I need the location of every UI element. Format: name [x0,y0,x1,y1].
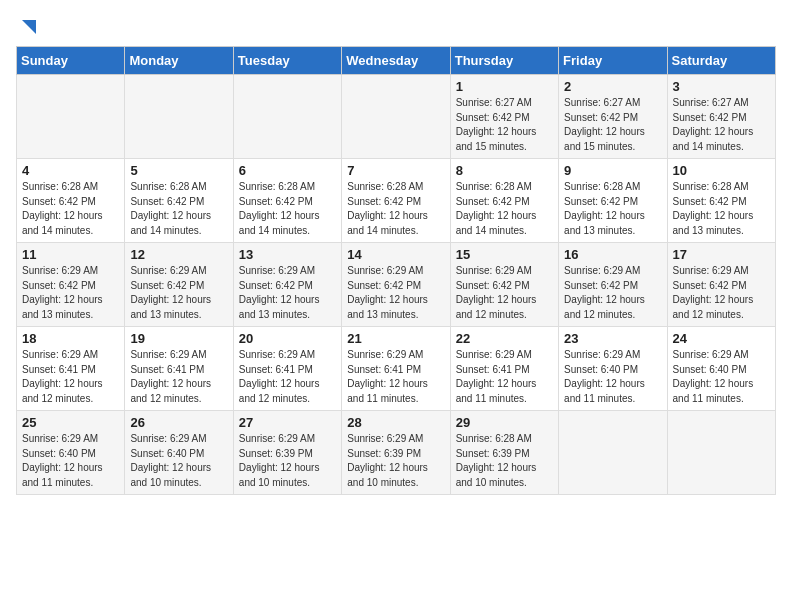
day-info: Sunrise: 6:29 AM Sunset: 6:42 PM Dayligh… [22,264,119,322]
day-number: 10 [673,163,770,178]
calendar-cell: 6Sunrise: 6:28 AM Sunset: 6:42 PM Daylig… [233,159,341,243]
calendar-cell: 11Sunrise: 6:29 AM Sunset: 6:42 PM Dayli… [17,243,125,327]
day-info: Sunrise: 6:28 AM Sunset: 6:42 PM Dayligh… [564,180,661,238]
day-info: Sunrise: 6:29 AM Sunset: 6:41 PM Dayligh… [456,348,553,406]
calendar-cell: 20Sunrise: 6:29 AM Sunset: 6:41 PM Dayli… [233,327,341,411]
calendar-cell [342,75,450,159]
week-row-2: 4Sunrise: 6:28 AM Sunset: 6:42 PM Daylig… [17,159,776,243]
day-number: 5 [130,163,227,178]
day-number: 7 [347,163,444,178]
col-header-tuesday: Tuesday [233,47,341,75]
day-info: Sunrise: 6:29 AM Sunset: 6:42 PM Dayligh… [347,264,444,322]
calendar-cell: 15Sunrise: 6:29 AM Sunset: 6:42 PM Dayli… [450,243,558,327]
header-row: SundayMondayTuesdayWednesdayThursdayFrid… [17,47,776,75]
calendar-cell: 12Sunrise: 6:29 AM Sunset: 6:42 PM Dayli… [125,243,233,327]
day-number: 6 [239,163,336,178]
calendar-cell: 7Sunrise: 6:28 AM Sunset: 6:42 PM Daylig… [342,159,450,243]
day-info: Sunrise: 6:28 AM Sunset: 6:42 PM Dayligh… [673,180,770,238]
day-number: 14 [347,247,444,262]
calendar-cell: 21Sunrise: 6:29 AM Sunset: 6:41 PM Dayli… [342,327,450,411]
day-info: Sunrise: 6:28 AM Sunset: 6:42 PM Dayligh… [130,180,227,238]
day-info: Sunrise: 6:27 AM Sunset: 6:42 PM Dayligh… [673,96,770,154]
calendar-cell: 25Sunrise: 6:29 AM Sunset: 6:40 PM Dayli… [17,411,125,495]
col-header-wednesday: Wednesday [342,47,450,75]
day-number: 25 [22,415,119,430]
day-number: 21 [347,331,444,346]
day-number: 17 [673,247,770,262]
day-number: 22 [456,331,553,346]
day-number: 15 [456,247,553,262]
day-info: Sunrise: 6:29 AM Sunset: 6:42 PM Dayligh… [130,264,227,322]
day-info: Sunrise: 6:29 AM Sunset: 6:42 PM Dayligh… [456,264,553,322]
day-info: Sunrise: 6:27 AM Sunset: 6:42 PM Dayligh… [564,96,661,154]
calendar-cell: 18Sunrise: 6:29 AM Sunset: 6:41 PM Dayli… [17,327,125,411]
calendar-table: SundayMondayTuesdayWednesdayThursdayFrid… [16,46,776,495]
week-row-3: 11Sunrise: 6:29 AM Sunset: 6:42 PM Dayli… [17,243,776,327]
calendar-cell [667,411,775,495]
week-row-1: 1Sunrise: 6:27 AM Sunset: 6:42 PM Daylig… [17,75,776,159]
header [16,16,776,34]
day-number: 28 [347,415,444,430]
calendar-cell: 10Sunrise: 6:28 AM Sunset: 6:42 PM Dayli… [667,159,775,243]
day-info: Sunrise: 6:28 AM Sunset: 6:39 PM Dayligh… [456,432,553,490]
calendar-cell: 22Sunrise: 6:29 AM Sunset: 6:41 PM Dayli… [450,327,558,411]
day-number: 19 [130,331,227,346]
day-info: Sunrise: 6:29 AM Sunset: 6:39 PM Dayligh… [347,432,444,490]
day-number: 4 [22,163,119,178]
logo-triangle-icon [18,16,36,38]
day-info: Sunrise: 6:28 AM Sunset: 6:42 PM Dayligh… [239,180,336,238]
calendar-cell: 16Sunrise: 6:29 AM Sunset: 6:42 PM Dayli… [559,243,667,327]
calendar-cell: 2Sunrise: 6:27 AM Sunset: 6:42 PM Daylig… [559,75,667,159]
calendar-cell: 19Sunrise: 6:29 AM Sunset: 6:41 PM Dayli… [125,327,233,411]
day-number: 29 [456,415,553,430]
day-info: Sunrise: 6:27 AM Sunset: 6:42 PM Dayligh… [456,96,553,154]
day-number: 16 [564,247,661,262]
day-info: Sunrise: 6:29 AM Sunset: 6:40 PM Dayligh… [673,348,770,406]
day-info: Sunrise: 6:28 AM Sunset: 6:42 PM Dayligh… [456,180,553,238]
calendar-cell: 5Sunrise: 6:28 AM Sunset: 6:42 PM Daylig… [125,159,233,243]
calendar-cell [233,75,341,159]
col-header-sunday: Sunday [17,47,125,75]
calendar-cell: 26Sunrise: 6:29 AM Sunset: 6:40 PM Dayli… [125,411,233,495]
calendar-cell: 24Sunrise: 6:29 AM Sunset: 6:40 PM Dayli… [667,327,775,411]
calendar-cell [559,411,667,495]
day-info: Sunrise: 6:29 AM Sunset: 6:41 PM Dayligh… [130,348,227,406]
day-number: 26 [130,415,227,430]
calendar-cell: 8Sunrise: 6:28 AM Sunset: 6:42 PM Daylig… [450,159,558,243]
week-row-5: 25Sunrise: 6:29 AM Sunset: 6:40 PM Dayli… [17,411,776,495]
day-info: Sunrise: 6:29 AM Sunset: 6:39 PM Dayligh… [239,432,336,490]
day-info: Sunrise: 6:29 AM Sunset: 6:42 PM Dayligh… [564,264,661,322]
day-number: 1 [456,79,553,94]
calendar-cell: 23Sunrise: 6:29 AM Sunset: 6:40 PM Dayli… [559,327,667,411]
logo [16,16,36,34]
calendar-cell: 4Sunrise: 6:28 AM Sunset: 6:42 PM Daylig… [17,159,125,243]
col-header-thursday: Thursday [450,47,558,75]
calendar-cell: 1Sunrise: 6:27 AM Sunset: 6:42 PM Daylig… [450,75,558,159]
day-info: Sunrise: 6:28 AM Sunset: 6:42 PM Dayligh… [347,180,444,238]
calendar-cell: 28Sunrise: 6:29 AM Sunset: 6:39 PM Dayli… [342,411,450,495]
day-number: 11 [22,247,119,262]
calendar-cell [125,75,233,159]
calendar-cell: 9Sunrise: 6:28 AM Sunset: 6:42 PM Daylig… [559,159,667,243]
day-number: 8 [456,163,553,178]
day-number: 20 [239,331,336,346]
calendar-cell: 3Sunrise: 6:27 AM Sunset: 6:42 PM Daylig… [667,75,775,159]
day-number: 23 [564,331,661,346]
day-number: 27 [239,415,336,430]
col-header-friday: Friday [559,47,667,75]
day-number: 9 [564,163,661,178]
calendar-cell: 29Sunrise: 6:28 AM Sunset: 6:39 PM Dayli… [450,411,558,495]
calendar-cell: 13Sunrise: 6:29 AM Sunset: 6:42 PM Dayli… [233,243,341,327]
day-info: Sunrise: 6:29 AM Sunset: 6:40 PM Dayligh… [22,432,119,490]
week-row-4: 18Sunrise: 6:29 AM Sunset: 6:41 PM Dayli… [17,327,776,411]
calendar-cell: 14Sunrise: 6:29 AM Sunset: 6:42 PM Dayli… [342,243,450,327]
day-info: Sunrise: 6:29 AM Sunset: 6:41 PM Dayligh… [347,348,444,406]
day-info: Sunrise: 6:28 AM Sunset: 6:42 PM Dayligh… [22,180,119,238]
day-info: Sunrise: 6:29 AM Sunset: 6:40 PM Dayligh… [564,348,661,406]
day-info: Sunrise: 6:29 AM Sunset: 6:42 PM Dayligh… [239,264,336,322]
day-number: 2 [564,79,661,94]
svg-marker-0 [22,20,36,34]
day-info: Sunrise: 6:29 AM Sunset: 6:42 PM Dayligh… [673,264,770,322]
day-number: 24 [673,331,770,346]
day-number: 3 [673,79,770,94]
